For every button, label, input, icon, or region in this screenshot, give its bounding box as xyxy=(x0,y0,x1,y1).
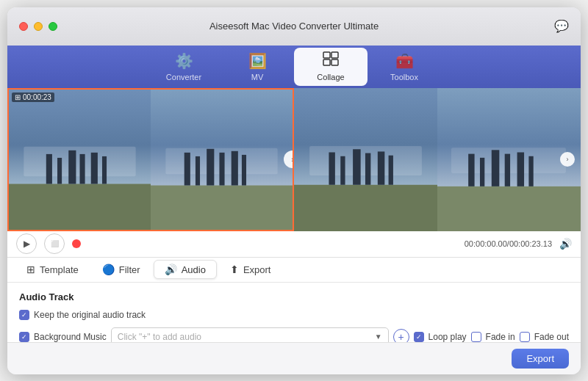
svg-rect-10 xyxy=(80,153,85,184)
export-button[interactable]: Export xyxy=(512,349,569,369)
audio-panel: Audio Track Keep the original audio trac… xyxy=(7,283,581,342)
svg-rect-25 xyxy=(329,152,334,184)
filter-icon: 🔵 xyxy=(102,264,115,275)
volume-icon[interactable]: 🔊 xyxy=(559,238,572,250)
main-window: Aiseesoft Mac Video Converter Ultimate 💬… xyxy=(7,7,581,374)
right-preview-video-left xyxy=(294,88,437,231)
svg-rect-15 xyxy=(151,185,293,229)
svg-rect-11 xyxy=(91,152,98,184)
tab-converter[interactable]: ⚙️ Converter xyxy=(147,48,220,86)
svg-rect-34 xyxy=(468,153,474,186)
titlebar: Aiseesoft Mac Video Converter Ultimate 💬 xyxy=(7,7,581,46)
collage-label: Collage xyxy=(317,73,344,81)
svg-rect-35 xyxy=(480,157,484,186)
bg-music-label: Background Music xyxy=(34,332,107,342)
fade-out-label: Fade out xyxy=(534,332,569,342)
sub-tab-template[interactable]: ⊞ Template xyxy=(16,260,89,279)
add-music-button[interactable]: + xyxy=(393,329,409,342)
keep-original-label: Keep the original audio track xyxy=(34,310,146,320)
loop-play-item: Loop play xyxy=(414,332,467,342)
export-sub-label: Export xyxy=(243,264,271,275)
svg-rect-17 xyxy=(196,156,200,185)
fade-out-checkbox[interactable] xyxy=(520,332,530,342)
svg-rect-3 xyxy=(331,59,338,65)
loop-play-label: Loop play xyxy=(429,332,467,342)
filter-label: Filter xyxy=(119,264,140,275)
record-button[interactable] xyxy=(72,239,81,248)
svg-rect-5 xyxy=(24,146,135,176)
svg-rect-16 xyxy=(184,152,190,185)
svg-rect-12 xyxy=(102,156,107,184)
mv-label: MV xyxy=(251,73,264,81)
right-preview-video-right xyxy=(437,88,581,231)
chat-icon[interactable]: 💬 xyxy=(554,19,569,33)
video-preview-left xyxy=(9,90,151,230)
select-arrow-icon: ▼ xyxy=(375,333,382,341)
stop-button[interactable]: ⬜ xyxy=(44,233,65,254)
converter-label: Converter xyxy=(166,73,201,81)
keep-original-checkbox[interactable] xyxy=(19,310,29,320)
keep-original-item: Keep the original audio track xyxy=(19,310,146,320)
right-preview-panel: › xyxy=(294,88,581,231)
bg-music-checkbox[interactable] xyxy=(19,332,29,342)
svg-rect-6 xyxy=(9,184,151,229)
keep-original-row: Keep the original audio track xyxy=(19,310,569,320)
svg-rect-38 xyxy=(517,152,524,186)
bg-music-row: Background Music Click "+" to add audio … xyxy=(19,327,569,342)
window-title: Aiseesoft Mac Video Converter Ultimate xyxy=(209,21,379,32)
template-icon: ⊞ xyxy=(26,264,35,275)
fade-in-checkbox[interactable] xyxy=(471,332,481,342)
fade-out-item: Fade out xyxy=(520,332,569,342)
time-display: 00:00:00.00/00:00:23.13 xyxy=(465,239,552,248)
svg-rect-28 xyxy=(365,153,370,184)
fade-in-label: Fade in xyxy=(486,332,515,342)
svg-rect-26 xyxy=(340,156,345,184)
bottom-bar: Export xyxy=(7,342,581,374)
svg-rect-29 xyxy=(378,151,384,184)
music-select[interactable]: Click "+" to add audio ▼ xyxy=(111,327,389,342)
svg-rect-7 xyxy=(46,153,52,184)
toolbox-icon: 🧰 xyxy=(395,52,414,70)
video-cell-left: ⊞ 00:00:23 xyxy=(9,90,151,230)
svg-rect-21 xyxy=(242,154,246,185)
converter-icon: ⚙️ xyxy=(175,52,193,70)
fade-in-item: Fade in xyxy=(471,332,515,342)
minimize-button[interactable] xyxy=(34,22,43,31)
export-sub-icon: ⬆ xyxy=(230,264,239,275)
svg-rect-18 xyxy=(207,148,214,185)
toolbox-label: Toolbox xyxy=(390,73,418,81)
traffic-lights xyxy=(19,22,57,31)
svg-rect-24 xyxy=(294,184,437,231)
tab-mv[interactable]: 🖼️ MV xyxy=(220,48,294,86)
svg-rect-37 xyxy=(505,153,510,186)
sub-tab-audio[interactable]: 🔊 Audio xyxy=(154,260,217,279)
sub-tab-export[interactable]: ⬆ Export xyxy=(220,260,282,279)
svg-rect-19 xyxy=(219,152,224,185)
music-placeholder: Click "+" to add audio xyxy=(118,332,201,342)
tab-toolbox[interactable]: 🧰 Toolbox xyxy=(368,48,441,86)
loop-play-checkbox[interactable] xyxy=(414,332,424,342)
next-arrow-right[interactable]: › xyxy=(560,152,575,167)
audio-label: Audio xyxy=(182,264,206,275)
svg-rect-8 xyxy=(57,157,62,184)
svg-rect-0 xyxy=(323,52,330,58)
svg-rect-36 xyxy=(492,150,500,186)
nav-tabs: ⚙️ Converter 🖼️ MV Collage 🧰 Toolbox xyxy=(7,46,581,88)
collage-icon xyxy=(323,51,339,70)
sub-tab-filter[interactable]: 🔵 Filter xyxy=(92,260,151,279)
svg-rect-9 xyxy=(68,150,76,184)
audio-section-title: Audio Track xyxy=(19,291,569,302)
svg-rect-1 xyxy=(331,52,338,58)
tab-collage[interactable]: Collage xyxy=(294,48,368,86)
video-cell-right: › xyxy=(151,90,293,230)
left-collage-panel[interactable]: ⊞ 00:00:23 xyxy=(7,88,294,231)
video-preview-right xyxy=(151,90,293,230)
maximize-button[interactable] xyxy=(49,22,57,31)
preview-area: ⊞ 00:00:23 xyxy=(7,88,581,231)
svg-rect-30 xyxy=(389,155,393,184)
svg-rect-2 xyxy=(323,59,330,65)
video-timestamp: ⊞ 00:00:23 xyxy=(12,92,54,102)
close-button[interactable] xyxy=(19,22,28,31)
audio-icon: 🔊 xyxy=(165,264,177,275)
play-button[interactable]: ▶ xyxy=(16,233,37,254)
